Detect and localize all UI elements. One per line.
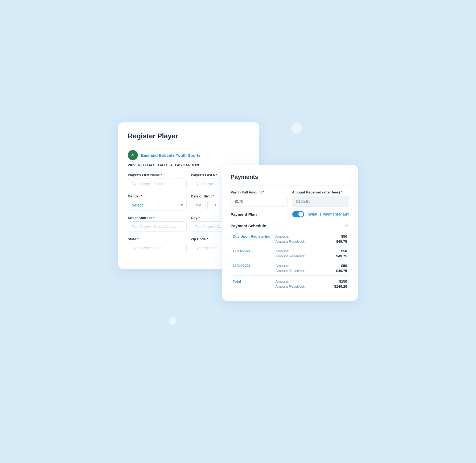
payment-plan-link[interactable]: What is Payment Plan? [308, 212, 349, 216]
toggle-knob [298, 212, 303, 217]
state-label: State * [128, 237, 187, 241]
schedule-date-2: 11/14/2021 [231, 246, 273, 261]
schedule-date-3: 11/24/2021 [231, 261, 273, 276]
first-name-input[interactable] [128, 179, 187, 189]
received-label-3: Amount Received: [276, 269, 312, 273]
scene: Register Player Eastland Bobcats Youth S… [118, 122, 358, 341]
dob-mm-input[interactable] [191, 200, 206, 210]
gender-select-wrapper: Select Male Female Other ▼ [128, 200, 187, 210]
edit-icon[interactable]: ✏ [345, 223, 349, 229]
org-row: Eastland Bobcats Youth Sports [128, 150, 250, 160]
amount-label-3: Amount: [276, 264, 312, 268]
schedule-labels-1: Amount: Amount Received: [273, 232, 314, 246]
schedule-amounts-1: $50 $49.75 [314, 232, 349, 246]
org-name: Eastland Bobcats Youth Sports [141, 153, 200, 158]
payment-plan-toggle[interactable] [292, 211, 304, 217]
dob-dd-input[interactable] [207, 200, 222, 210]
amount-val-3: $50 [316, 264, 347, 268]
schedule-date-1: Due Upon Registering [231, 232, 273, 246]
divider-payments [231, 185, 349, 185]
amount-label-2: Amount: [276, 249, 312, 253]
amount-label-1: Amount: [276, 234, 312, 238]
pay-in-full-input[interactable] [231, 196, 288, 207]
total-received-val: $149.25 [316, 284, 347, 288]
payments-title: Payments [231, 173, 349, 180]
total-labels: Amount: Amount Received: [273, 276, 314, 291]
schedule-labels-3: Amount: Amount Received: [273, 261, 314, 276]
schedule-labels-2: Amount: Amount Received: [273, 246, 314, 261]
schedule-row-3: 11/24/2021 Amount: Amount Received: $50 … [231, 261, 349, 276]
received-val-2: $49.75 [316, 254, 347, 258]
amount-received-input [292, 196, 349, 207]
total-amount-label: Amount: [276, 279, 312, 283]
deco-circle-1 [291, 123, 302, 134]
street-label: Street Address * [128, 216, 187, 220]
amount-received-group: Amount Received (after fees) * [292, 190, 349, 207]
pay-amounts-row: Pay In Full Amount * Amount Received (af… [231, 190, 349, 207]
svg-point-1 [132, 154, 134, 156]
schedule-header: Payment Schedule ✏ [231, 223, 349, 229]
org-logo [128, 150, 138, 160]
received-val-3: $49.75 [316, 269, 347, 273]
plan-right: What is Payment Plan? [292, 211, 349, 217]
state-input[interactable] [128, 243, 187, 253]
schedule-amounts-2: $50 $49.75 [314, 246, 349, 261]
schedule-row-1: Due Upon Registering Amount: Amount Rece… [231, 232, 349, 246]
payment-plan-label: Payment Plan [231, 212, 257, 217]
schedule-amounts-3: $50 $49.75 [314, 261, 349, 276]
schedule-table: Due Upon Registering Amount: Amount Rece… [231, 232, 349, 291]
divider-1 [128, 145, 250, 145]
gender-label: Gender * [128, 194, 187, 198]
amount-val-1: $50 [316, 234, 347, 238]
schedule-row-2: 11/14/2021 Amount: Amount Received: $50 … [231, 246, 349, 261]
total-amount-val: $150 [316, 279, 347, 283]
received-label-1: Amount Received: [276, 239, 312, 243]
pay-in-full-label: Pay In Full Amount * [231, 190, 288, 194]
total-amounts: $150 $149.25 [314, 276, 349, 291]
gender-group: Gender * Select Male Female Other ▼ [128, 194, 187, 210]
gender-select[interactable]: Select Male Female Other [128, 200, 187, 210]
amount-received-label: Amount Received (after fees) * [292, 190, 349, 194]
received-val-1: $49.75 [316, 239, 347, 243]
street-input[interactable] [128, 221, 187, 232]
total-label: Total [231, 276, 273, 291]
schedule-title: Payment Schedule [231, 224, 266, 228]
total-received-label: Amount Received: [276, 284, 312, 288]
received-label-2: Amount Received: [276, 254, 312, 258]
register-title: Register Player [128, 132, 250, 140]
deco-circle-2 [169, 317, 176, 325]
street-group: Street Address * [128, 216, 187, 232]
payments-card: Payments Pay In Full Amount * Amount Rec… [222, 165, 358, 301]
payment-plan-row: Payment Plan What is Payment Plan? [231, 211, 349, 217]
first-name-group: Player's First Name * [128, 173, 187, 189]
amount-val-2: $50 [316, 249, 347, 253]
pay-in-full-group: Pay In Full Amount * [231, 190, 288, 207]
state-group: State * [128, 237, 187, 253]
total-row: Total Amount: Amount Received: $150 $149… [231, 276, 349, 291]
first-name-label: Player's First Name * [128, 173, 187, 177]
